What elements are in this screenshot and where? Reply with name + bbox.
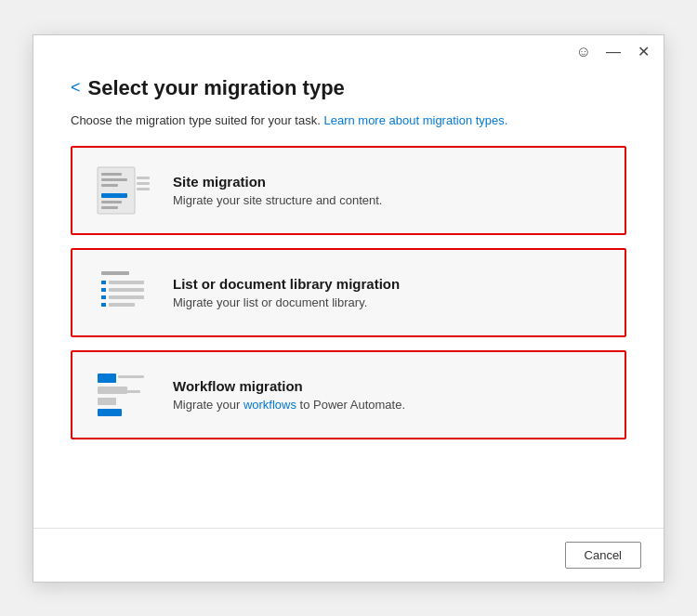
svg-rect-3 <box>101 184 118 187</box>
workflow-migration-title: Workflow migration <box>173 378 606 394</box>
list-migration-text: List or document library migration Migra… <box>173 276 606 309</box>
svg-rect-21 <box>98 398 116 405</box>
cancel-button[interactable]: Cancel <box>565 542 641 569</box>
svg-rect-17 <box>101 303 106 307</box>
site-migration-desc: Migrate your site structure and content. <box>173 193 606 207</box>
workflow-migration-card[interactable]: Workflow migration Migrate your workflow… <box>71 350 626 439</box>
svg-rect-10 <box>101 271 129 275</box>
svg-rect-9 <box>137 188 150 190</box>
svg-rect-16 <box>109 295 144 299</box>
back-header: < Select your migration type <box>71 76 626 100</box>
page-title: Select your migration type <box>88 76 345 100</box>
site-migration-text: Site migration Migrate your site structu… <box>173 174 606 207</box>
svg-rect-11 <box>101 281 106 284</box>
svg-rect-1 <box>101 173 122 176</box>
smile-button[interactable]: ☺ <box>574 43 593 61</box>
svg-rect-7 <box>137 177 150 179</box>
svg-rect-18 <box>109 303 135 307</box>
main-content: < Select your migration type Choose the … <box>33 69 664 528</box>
site-migration-card[interactable]: Site migration Migrate your site structu… <box>71 146 626 235</box>
dialog-window: ☺ — ✕ < Select your migration type Choos… <box>33 34 664 583</box>
close-button[interactable]: ✕ <box>634 43 652 61</box>
site-migration-icon <box>91 163 154 218</box>
workflow-migration-icon <box>91 367 154 423</box>
svg-rect-22 <box>98 409 122 416</box>
svg-rect-14 <box>109 288 144 292</box>
svg-rect-13 <box>101 288 106 292</box>
learn-more-link[interactable]: Learn more about migration types. <box>323 113 507 127</box>
svg-rect-23 <box>118 375 144 378</box>
svg-rect-15 <box>101 295 106 299</box>
list-migration-title: List or document library migration <box>173 276 606 292</box>
list-migration-icon <box>91 265 154 321</box>
svg-rect-6 <box>101 206 118 209</box>
svg-rect-24 <box>120 390 140 393</box>
footer: Cancel <box>33 528 664 582</box>
list-migration-card[interactable]: List or document library migration Migra… <box>71 248 626 337</box>
workflows-highlight: workflows <box>243 398 296 412</box>
svg-rect-2 <box>101 178 127 181</box>
svg-rect-5 <box>101 201 122 203</box>
back-button[interactable]: < <box>71 78 81 98</box>
workflow-migration-text: Workflow migration Migrate your workflow… <box>173 378 606 412</box>
site-migration-title: Site migration <box>173 174 606 190</box>
title-bar: ☺ — ✕ <box>33 35 664 69</box>
svg-rect-4 <box>101 193 127 198</box>
svg-rect-12 <box>109 281 144 284</box>
svg-rect-19 <box>98 374 116 383</box>
minimize-button[interactable]: — <box>604 43 623 61</box>
list-migration-desc: Migrate your list or document library. <box>173 295 606 309</box>
svg-rect-8 <box>137 182 150 185</box>
subtitle: Choose the migration type suited for you… <box>71 113 626 127</box>
workflow-migration-desc: Migrate your workflows to Power Automate… <box>173 398 606 412</box>
